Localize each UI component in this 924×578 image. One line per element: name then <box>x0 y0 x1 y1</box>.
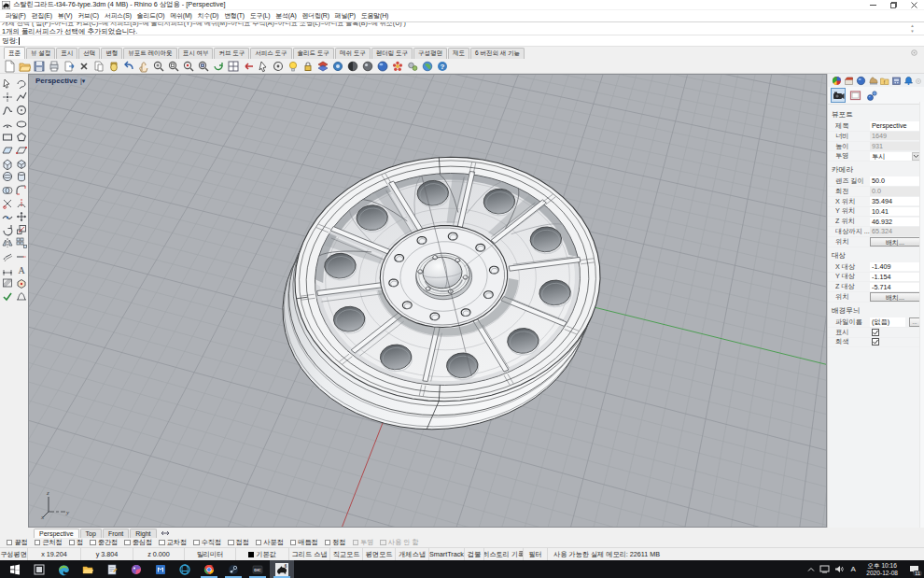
osnap-1[interactable]: 근처점 <box>35 538 63 547</box>
rectangle-icon[interactable] <box>0 131 14 144</box>
tray-volume-icon[interactable] <box>832 560 846 578</box>
tray-network-icon[interactable] <box>818 560 832 578</box>
osnap-6[interactable]: 수직점 <box>193 538 221 547</box>
panel-value[interactable]: 65.324 <box>870 227 920 235</box>
osnap-9[interactable]: 매듭점 <box>290 538 318 547</box>
osnap-7[interactable]: 접점 <box>228 538 249 547</box>
subtab-viewport-camera-icon[interactable] <box>831 88 846 103</box>
osnap-10[interactable]: 정점 <box>325 538 346 547</box>
restore-button[interactable] <box>883 0 903 10</box>
menu-item[interactable]: 편집(E) <box>29 11 55 21</box>
zoom-extents-icon[interactable] <box>196 59 211 73</box>
osnap-3[interactable]: 중간점 <box>90 538 118 547</box>
status-planar[interactable]: 평면모드 <box>363 548 396 560</box>
explorer-icon[interactable] <box>76 560 100 578</box>
panel-value[interactable]: 35.494 <box>870 197 920 205</box>
subtab-target-icon[interactable] <box>864 88 879 103</box>
panel-value[interactable]: 0.0 <box>870 187 920 195</box>
sphere-solid-icon[interactable] <box>0 170 14 183</box>
toolbar-tab[interactable]: 제도 <box>448 48 469 59</box>
arc-icon[interactable] <box>0 118 14 131</box>
rotate-icon[interactable] <box>0 223 14 236</box>
lock-icon[interactable] <box>301 59 315 73</box>
prev-view-icon[interactable] <box>241 59 256 73</box>
viewport-tab-right[interactable]: Right <box>130 529 156 538</box>
paint-icon[interactable] <box>124 560 148 578</box>
panel-gear-icon[interactable] <box>915 78 922 85</box>
four-views-icon[interactable] <box>226 59 241 73</box>
panel-value[interactable]: 46.932 <box>870 218 920 226</box>
toolbar-tab[interactable]: 표준 <box>4 47 25 59</box>
toolbar-tab[interactable]: 뷰포트 레이아웃 <box>123 48 176 59</box>
polygon-icon[interactable] <box>14 131 28 144</box>
subtab-viewport-rect-icon[interactable] <box>847 88 862 103</box>
action-center-icon[interactable]: 11 <box>903 560 924 578</box>
panel-value[interactable]: 투시 <box>870 152 912 161</box>
mirror-icon[interactable] <box>0 236 14 249</box>
move-icon[interactable] <box>14 210 28 223</box>
toolbar-tab[interactable]: 6 버전의 새 기능 <box>470 48 525 59</box>
check-icon[interactable] <box>0 289 14 303</box>
extend-icon[interactable] <box>14 249 28 262</box>
select-arrow-icon[interactable] <box>0 78 14 91</box>
menu-item[interactable]: 서피스(S) <box>102 11 134 21</box>
menu-item[interactable]: 패널(P) <box>332 11 358 21</box>
rotate-view-icon[interactable] <box>211 59 226 73</box>
perspective-viewport[interactable]: Perspective|▾ z y x <box>28 74 827 528</box>
toolbar-tab[interactable]: 구성평면 <box>413 48 447 59</box>
viewport-tab-top[interactable]: Top <box>80 529 102 538</box>
point-icon[interactable] <box>0 91 14 104</box>
command-history[interactable]: 개체 선택 ( 점(P)=아니요 커브(C)=예 서피스(S)=예 폴리서피스(… <box>0 22 924 35</box>
polyline-icon[interactable] <box>14 91 28 104</box>
close-button[interactable] <box>903 0 924 10</box>
start-button[interactable] <box>3 560 27 578</box>
panel-value[interactable]: -1.409 <box>870 262 920 271</box>
toolbar-tab[interactable]: 서피스 도구 <box>250 48 291 59</box>
osnap-0[interactable]: 끝점 <box>7 538 28 547</box>
panel-value[interactable]: -5.714 <box>870 283 920 291</box>
menu-item[interactable]: 렌더링(R) <box>300 11 332 21</box>
open-file-icon[interactable] <box>17 59 32 73</box>
steam-icon[interactable] <box>221 560 245 578</box>
osnap-8[interactable]: 사분점 <box>256 538 284 547</box>
toolbar-gear-icon[interactable] <box>910 49 918 57</box>
circle-icon[interactable] <box>14 104 28 117</box>
ellipse-icon[interactable] <box>14 118 28 131</box>
panel-value[interactable]: -1.154 <box>870 273 920 281</box>
scale-icon[interactable] <box>14 223 28 236</box>
toolbar-tab[interactable]: 렌더링 도구 <box>371 48 413 59</box>
command-scrollbar[interactable]: ▲▼ <box>908 23 917 34</box>
panel-value[interactable]: 931 <box>870 142 920 150</box>
export-icon[interactable] <box>62 59 77 73</box>
edge-icon[interactable] <box>51 560 76 578</box>
zoom-dynamic-icon[interactable] <box>151 59 166 73</box>
delete-icon[interactable] <box>77 59 91 73</box>
status-layer[interactable]: 기본값 <box>236 548 289 560</box>
menu-item[interactable]: 치수(D) <box>195 11 222 21</box>
toolbar-tab[interactable]: 선택 <box>78 48 100 59</box>
osnap-5[interactable]: 교차점 <box>159 538 187 547</box>
status-filter[interactable]: 필터 <box>524 548 548 560</box>
layers-tab-icon[interactable] <box>843 76 855 87</box>
split-icon[interactable] <box>14 197 28 210</box>
panel-value[interactable]: 1649 <box>870 132 920 140</box>
rhino-icon[interactable]: 6 <box>270 560 294 578</box>
rendering-tab-icon[interactable] <box>855 76 867 87</box>
print-icon[interactable] <box>47 59 62 73</box>
paste-icon[interactable] <box>106 59 121 73</box>
toolbar-tab[interactable]: 메쉬 도구 <box>335 48 371 59</box>
target-place-button[interactable]: 배치... <box>870 292 920 301</box>
panel-value[interactable]: 10.41 <box>870 207 920 216</box>
chrome-icon[interactable] <box>197 560 221 578</box>
status-gumball[interactable]: 검볼 <box>465 548 484 560</box>
blueapp-icon[interactable] <box>148 560 173 578</box>
menu-item[interactable]: 뷰(V) <box>55 11 75 21</box>
trim-icon[interactable] <box>0 197 14 210</box>
render-icon[interactable] <box>360 59 375 73</box>
gears-icon[interactable] <box>405 59 420 73</box>
save-icon[interactable] <box>32 59 47 73</box>
menu-item[interactable]: 파일(F) <box>3 11 29 21</box>
block-icon[interactable] <box>14 276 28 289</box>
viewport-title[interactable]: Perspective|▾ <box>34 77 87 85</box>
zoom-selected-icon[interactable] <box>181 59 196 73</box>
